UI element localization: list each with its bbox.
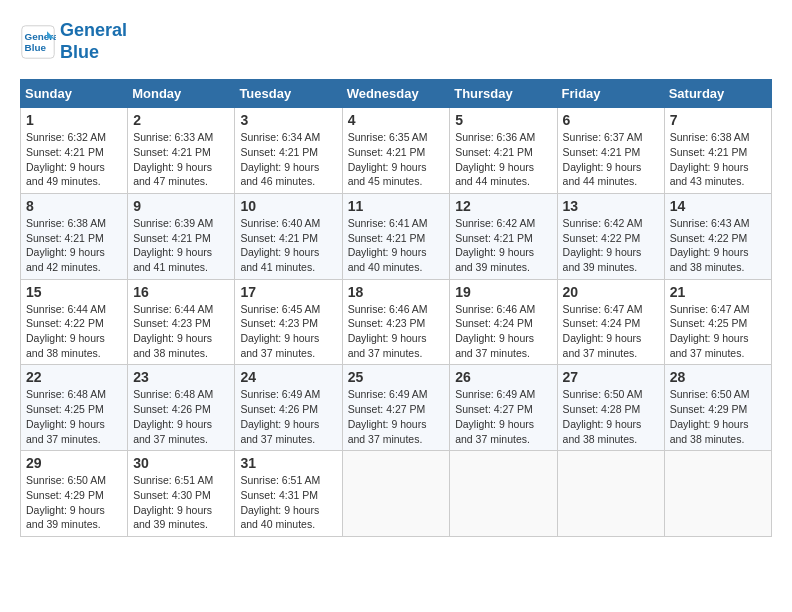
cell-info: Sunrise: 6:50 AM Sunset: 4:28 PM Dayligh… — [563, 387, 659, 446]
cell-info: Sunrise: 6:51 AM Sunset: 4:31 PM Dayligh… — [240, 473, 336, 532]
cell-info: Sunrise: 6:38 AM Sunset: 4:21 PM Dayligh… — [670, 130, 766, 189]
calendar-cell: 3Sunrise: 6:34 AM Sunset: 4:21 PM Daylig… — [235, 108, 342, 194]
cell-info: Sunrise: 6:38 AM Sunset: 4:21 PM Dayligh… — [26, 216, 122, 275]
svg-text:Blue: Blue — [25, 42, 47, 53]
cell-info: Sunrise: 6:44 AM Sunset: 4:23 PM Dayligh… — [133, 302, 229, 361]
calendar-cell: 7Sunrise: 6:38 AM Sunset: 4:21 PM Daylig… — [664, 108, 771, 194]
calendar-cell: 29Sunrise: 6:50 AM Sunset: 4:29 PM Dayli… — [21, 451, 128, 537]
day-number: 21 — [670, 284, 766, 300]
day-number: 3 — [240, 112, 336, 128]
calendar-cell: 15Sunrise: 6:44 AM Sunset: 4:22 PM Dayli… — [21, 279, 128, 365]
calendar: SundayMondayTuesdayWednesdayThursdayFrid… — [20, 79, 772, 537]
calendar-cell: 25Sunrise: 6:49 AM Sunset: 4:27 PM Dayli… — [342, 365, 450, 451]
weekday-header-saturday: Saturday — [664, 80, 771, 108]
cell-info: Sunrise: 6:50 AM Sunset: 4:29 PM Dayligh… — [26, 473, 122, 532]
logo: General Blue General Blue — [20, 20, 127, 63]
cell-info: Sunrise: 6:47 AM Sunset: 4:25 PM Dayligh… — [670, 302, 766, 361]
cell-info: Sunrise: 6:49 AM Sunset: 4:27 PM Dayligh… — [455, 387, 551, 446]
weekday-header-sunday: Sunday — [21, 80, 128, 108]
calendar-cell: 21Sunrise: 6:47 AM Sunset: 4:25 PM Dayli… — [664, 279, 771, 365]
day-number: 23 — [133, 369, 229, 385]
day-number: 2 — [133, 112, 229, 128]
weekday-header-wednesday: Wednesday — [342, 80, 450, 108]
cell-info: Sunrise: 6:42 AM Sunset: 4:21 PM Dayligh… — [455, 216, 551, 275]
cell-info: Sunrise: 6:49 AM Sunset: 4:27 PM Dayligh… — [348, 387, 445, 446]
day-number: 29 — [26, 455, 122, 471]
calendar-cell: 23Sunrise: 6:48 AM Sunset: 4:26 PM Dayli… — [128, 365, 235, 451]
day-number: 1 — [26, 112, 122, 128]
calendar-cell: 10Sunrise: 6:40 AM Sunset: 4:21 PM Dayli… — [235, 193, 342, 279]
day-number: 9 — [133, 198, 229, 214]
calendar-cell: 12Sunrise: 6:42 AM Sunset: 4:21 PM Dayli… — [450, 193, 557, 279]
cell-info: Sunrise: 6:33 AM Sunset: 4:21 PM Dayligh… — [133, 130, 229, 189]
calendar-cell: 24Sunrise: 6:49 AM Sunset: 4:26 PM Dayli… — [235, 365, 342, 451]
calendar-cell: 6Sunrise: 6:37 AM Sunset: 4:21 PM Daylig… — [557, 108, 664, 194]
calendar-cell: 8Sunrise: 6:38 AM Sunset: 4:21 PM Daylig… — [21, 193, 128, 279]
day-number: 8 — [26, 198, 122, 214]
cell-info: Sunrise: 6:35 AM Sunset: 4:21 PM Dayligh… — [348, 130, 445, 189]
day-number: 31 — [240, 455, 336, 471]
day-number: 18 — [348, 284, 445, 300]
day-number: 12 — [455, 198, 551, 214]
day-number: 15 — [26, 284, 122, 300]
cell-info: Sunrise: 6:49 AM Sunset: 4:26 PM Dayligh… — [240, 387, 336, 446]
calendar-cell: 14Sunrise: 6:43 AM Sunset: 4:22 PM Dayli… — [664, 193, 771, 279]
cell-info: Sunrise: 6:50 AM Sunset: 4:29 PM Dayligh… — [670, 387, 766, 446]
cell-info: Sunrise: 6:45 AM Sunset: 4:23 PM Dayligh… — [240, 302, 336, 361]
day-number: 6 — [563, 112, 659, 128]
cell-info: Sunrise: 6:48 AM Sunset: 4:26 PM Dayligh… — [133, 387, 229, 446]
calendar-cell: 20Sunrise: 6:47 AM Sunset: 4:24 PM Dayli… — [557, 279, 664, 365]
calendar-cell: 16Sunrise: 6:44 AM Sunset: 4:23 PM Dayli… — [128, 279, 235, 365]
day-number: 4 — [348, 112, 445, 128]
day-number: 24 — [240, 369, 336, 385]
weekday-header-tuesday: Tuesday — [235, 80, 342, 108]
day-number: 17 — [240, 284, 336, 300]
calendar-cell: 17Sunrise: 6:45 AM Sunset: 4:23 PM Dayli… — [235, 279, 342, 365]
day-number: 25 — [348, 369, 445, 385]
logo-text: General Blue — [60, 20, 127, 63]
calendar-cell — [342, 451, 450, 537]
calendar-cell: 4Sunrise: 6:35 AM Sunset: 4:21 PM Daylig… — [342, 108, 450, 194]
calendar-cell: 18Sunrise: 6:46 AM Sunset: 4:23 PM Dayli… — [342, 279, 450, 365]
day-number: 30 — [133, 455, 229, 471]
calendar-cell: 19Sunrise: 6:46 AM Sunset: 4:24 PM Dayli… — [450, 279, 557, 365]
day-number: 5 — [455, 112, 551, 128]
calendar-cell: 28Sunrise: 6:50 AM Sunset: 4:29 PM Dayli… — [664, 365, 771, 451]
calendar-cell — [450, 451, 557, 537]
cell-info: Sunrise: 6:37 AM Sunset: 4:21 PM Dayligh… — [563, 130, 659, 189]
day-number: 10 — [240, 198, 336, 214]
cell-info: Sunrise: 6:34 AM Sunset: 4:21 PM Dayligh… — [240, 130, 336, 189]
cell-info: Sunrise: 6:44 AM Sunset: 4:22 PM Dayligh… — [26, 302, 122, 361]
day-number: 16 — [133, 284, 229, 300]
day-number: 28 — [670, 369, 766, 385]
cell-info: Sunrise: 6:41 AM Sunset: 4:21 PM Dayligh… — [348, 216, 445, 275]
day-number: 26 — [455, 369, 551, 385]
cell-info: Sunrise: 6:46 AM Sunset: 4:23 PM Dayligh… — [348, 302, 445, 361]
calendar-cell: 1Sunrise: 6:32 AM Sunset: 4:21 PM Daylig… — [21, 108, 128, 194]
day-number: 22 — [26, 369, 122, 385]
page-header: General Blue General Blue — [20, 20, 772, 63]
logo-icon: General Blue — [20, 24, 56, 60]
weekday-header-friday: Friday — [557, 80, 664, 108]
cell-info: Sunrise: 6:40 AM Sunset: 4:21 PM Dayligh… — [240, 216, 336, 275]
calendar-cell: 5Sunrise: 6:36 AM Sunset: 4:21 PM Daylig… — [450, 108, 557, 194]
cell-info: Sunrise: 6:43 AM Sunset: 4:22 PM Dayligh… — [670, 216, 766, 275]
calendar-cell: 26Sunrise: 6:49 AM Sunset: 4:27 PM Dayli… — [450, 365, 557, 451]
day-number: 27 — [563, 369, 659, 385]
calendar-cell: 9Sunrise: 6:39 AM Sunset: 4:21 PM Daylig… — [128, 193, 235, 279]
calendar-cell: 11Sunrise: 6:41 AM Sunset: 4:21 PM Dayli… — [342, 193, 450, 279]
weekday-header-thursday: Thursday — [450, 80, 557, 108]
calendar-cell: 31Sunrise: 6:51 AM Sunset: 4:31 PM Dayli… — [235, 451, 342, 537]
calendar-cell — [557, 451, 664, 537]
day-number: 13 — [563, 198, 659, 214]
cell-info: Sunrise: 6:47 AM Sunset: 4:24 PM Dayligh… — [563, 302, 659, 361]
cell-info: Sunrise: 6:32 AM Sunset: 4:21 PM Dayligh… — [26, 130, 122, 189]
day-number: 20 — [563, 284, 659, 300]
day-number: 14 — [670, 198, 766, 214]
day-number: 19 — [455, 284, 551, 300]
day-number: 11 — [348, 198, 445, 214]
calendar-cell: 27Sunrise: 6:50 AM Sunset: 4:28 PM Dayli… — [557, 365, 664, 451]
calendar-cell: 22Sunrise: 6:48 AM Sunset: 4:25 PM Dayli… — [21, 365, 128, 451]
calendar-cell: 2Sunrise: 6:33 AM Sunset: 4:21 PM Daylig… — [128, 108, 235, 194]
cell-info: Sunrise: 6:51 AM Sunset: 4:30 PM Dayligh… — [133, 473, 229, 532]
